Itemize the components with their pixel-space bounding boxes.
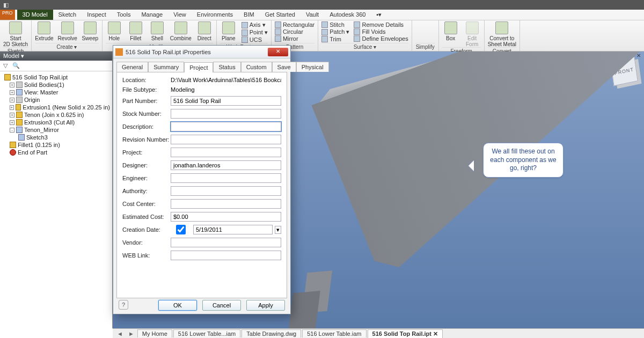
stock-input[interactable]: [171, 109, 281, 119]
sweep-button[interactable]: Sweep: [82, 21, 99, 41]
group-label-create[interactable]: Create ▾: [35, 43, 99, 50]
doc-tab[interactable]: My Home: [137, 329, 172, 337]
tree-item[interactable]: +View: Master: [2, 89, 110, 96]
expand-icon[interactable]: +: [10, 105, 14, 110]
tab-nav-right[interactable]: ►: [126, 330, 136, 337]
ok-button[interactable]: OK: [158, 300, 197, 311]
extrude-button[interactable]: Extrude: [35, 21, 53, 41]
partnum-input[interactable]: [171, 96, 281, 106]
patch-button[interactable]: Patch ▾: [321, 28, 349, 35]
tab-nav-left[interactable]: ◄: [115, 330, 125, 337]
tab-3d-model[interactable]: 3D Model: [17, 10, 53, 20]
expand-icon[interactable]: +: [10, 90, 14, 95]
app-menu-icon[interactable]: ◧: [2, 2, 10, 9]
doc-tab[interactable]: 516 Lower Table.iam: [302, 329, 366, 337]
tab-autodesk-360[interactable]: Autodesk 360: [324, 10, 371, 20]
axis-button[interactable]: Axis ▾: [241, 21, 268, 28]
description-input[interactable]: [171, 122, 281, 131]
apply-button[interactable]: Apply: [246, 300, 285, 311]
doc-tab[interactable]: Table Drawing.dwg: [241, 329, 301, 337]
edit-form-button[interactable]: Edit Form: [464, 21, 481, 47]
partnum-label: Part Number:: [122, 98, 171, 104]
expand-icon[interactable]: +: [10, 98, 14, 102]
dlg-tab-project[interactable]: Project: [184, 62, 213, 72]
tree-item[interactable]: +Solid Bodies(1): [2, 81, 110, 89]
browser-toolbar[interactable]: ▽ 🔍: [0, 61, 112, 71]
rectangular-pattern-button[interactable]: Rectangular: [275, 21, 314, 28]
tab-sketch[interactable]: Sketch: [53, 10, 82, 20]
shell-button[interactable]: Shell: [149, 21, 166, 41]
location-value: D:\Vault Work\Arduinna\Tables\516 Bookca…: [171, 77, 281, 83]
fillet-button[interactable]: Fillet: [127, 21, 144, 41]
tree-item[interactable]: +Tenon (Join x 0.625 in): [2, 111, 110, 119]
direct-button[interactable]: Direct: [196, 21, 213, 41]
start-2d-sketch-button[interactable]: Start 2D Sketch: [3, 21, 28, 47]
mirror-button[interactable]: Mirror: [275, 35, 314, 42]
dlg-tab-physical[interactable]: Physical: [296, 62, 329, 72]
define-envelopes-button[interactable]: Define Envelopes: [354, 35, 408, 42]
cancel-button[interactable]: Cancel: [202, 300, 241, 311]
tree-item[interactable]: Sketch3: [2, 134, 110, 141]
engineer-input[interactable]: [171, 173, 281, 183]
remove-details-button[interactable]: Remove Details: [354, 21, 408, 28]
tab-vault[interactable]: Vault: [301, 10, 324, 20]
combine-button[interactable]: Combine: [170, 21, 192, 41]
revision-input[interactable]: [171, 135, 281, 144]
expand-icon[interactable]: -: [10, 128, 14, 133]
tree-item[interactable]: -Tenon_Mirror: [2, 126, 110, 134]
close-button[interactable]: ✕: [268, 48, 288, 56]
expand-icon[interactable]: +: [10, 83, 14, 87]
expand-icon[interactable]: +: [10, 120, 14, 125]
hole-button[interactable]: Hole: [106, 21, 123, 41]
ribbon-tab-strip: PRO 3D Model Sketch Inspect Tools Manage…: [0, 10, 644, 20]
convert-sheet-metal-button[interactable]: Convert to Sheet Metal: [488, 21, 516, 47]
tab-bim[interactable]: BIM: [238, 10, 260, 20]
direct-icon: [198, 21, 211, 34]
dlg-tab-custom[interactable]: Custom: [241, 62, 272, 72]
vendor-input[interactable]: [171, 238, 281, 247]
help-button[interactable]: ?: [119, 300, 128, 310]
revolve-button[interactable]: Revolve: [58, 21, 77, 41]
tab-overflow[interactable]: ▪▾: [371, 10, 387, 20]
group-label-surface[interactable]: Surface ▾: [321, 43, 408, 50]
expand-icon[interactable]: +: [10, 113, 14, 117]
tab-tools[interactable]: Tools: [112, 10, 136, 20]
tree-item[interactable]: End of Part: [2, 149, 110, 156]
point-button[interactable]: Point ▾: [241, 29, 268, 36]
creation-date-input[interactable]: [193, 225, 273, 234]
dlg-tab-general[interactable]: General: [116, 62, 148, 72]
tab-inspect[interactable]: Inspect: [82, 10, 111, 20]
costcenter-input[interactable]: [171, 199, 281, 209]
tree-item[interactable]: Fillet1 (0.125 in): [2, 141, 110, 149]
stitch-button[interactable]: Stitch: [321, 21, 349, 28]
tab-manage[interactable]: Manage: [136, 10, 168, 20]
doc-tab-active[interactable]: 516 Solid Top Rail.ipt ✕: [368, 329, 443, 338]
tree-item[interactable]: +Extrusion1 (New Solid x 20.25 in): [2, 104, 110, 111]
circular-pattern-button[interactable]: Circular: [275, 28, 314, 35]
tab-environments[interactable]: Environments: [192, 10, 238, 20]
tree-root[interactable]: 516 Solid Top Rail.ipt: [2, 74, 110, 81]
estcost-input[interactable]: [171, 212, 281, 222]
doc-tab[interactable]: 516 Lower Table...iam: [173, 329, 240, 337]
plane-icon: [222, 21, 235, 34]
weblink-input[interactable]: [171, 251, 281, 260]
dlg-tab-summary[interactable]: Summary: [148, 62, 184, 72]
ucs-button[interactable]: UCS: [241, 36, 268, 43]
tab-get-started[interactable]: Get Started: [260, 10, 301, 20]
dialog-titlebar[interactable]: 516 Solid Top Rail.ipt iProperties ✕: [113, 46, 290, 58]
tree-item[interactable]: +Origin: [2, 96, 110, 104]
authority-input[interactable]: [171, 186, 281, 196]
date-picker-icon[interactable]: ▾: [275, 226, 281, 234]
trim-button[interactable]: Trim: [321, 36, 349, 42]
tab-view[interactable]: View: [168, 10, 192, 20]
fill-voids-button[interactable]: Fill Voids: [354, 28, 408, 35]
tree-item[interactable]: +Extrusion3 (Cut All): [2, 119, 110, 126]
dlg-tab-status[interactable]: Status: [213, 62, 240, 72]
dlg-tab-save[interactable]: Save: [272, 62, 296, 72]
designer-input[interactable]: [171, 160, 281, 170]
browser-header[interactable]: Model ▾: [0, 52, 112, 61]
project-input[interactable]: [171, 148, 281, 157]
creation-date-checkbox[interactable]: [171, 225, 191, 234]
box-button[interactable]: Box: [442, 21, 459, 41]
plane-button[interactable]: Plane: [220, 21, 237, 41]
